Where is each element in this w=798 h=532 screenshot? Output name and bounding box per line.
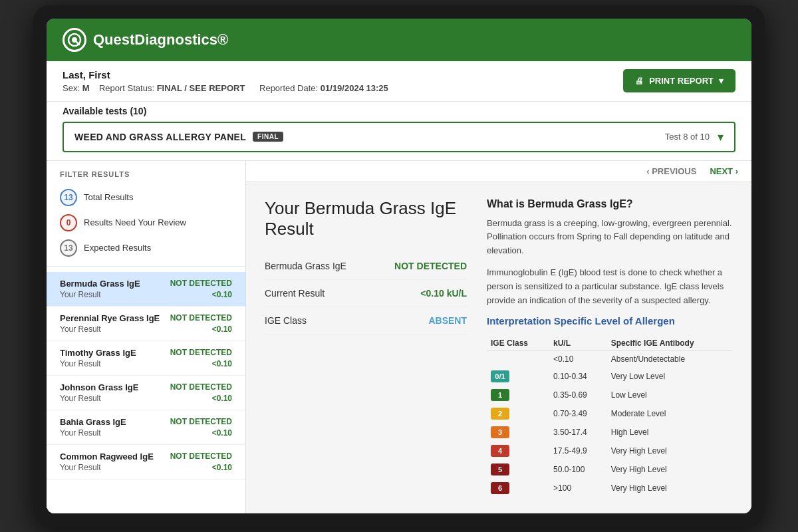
result-row-class: IGE Class ABSENT <box>265 307 467 334</box>
chevron-down-icon: ▾ <box>719 76 724 86</box>
kul-value: <0.10 <box>549 351 607 368</box>
class-badge: 6 <box>491 482 509 494</box>
filter-expected-results[interactable]: 13 Expected Results <box>47 235 245 261</box>
interpretation-table: IGE Class kU/L Specific IGE Antibody <0.… <box>487 336 733 497</box>
row-value-name: NOT DETECTED <box>372 253 467 280</box>
logo-area: QuestDiagnostics® <box>63 28 228 52</box>
print-report-button[interactable]: 🖨 PRINT REPORT ▾ <box>623 69 735 92</box>
class-badge: 0/1 <box>491 370 509 382</box>
interp-row: 6>100Very High Level <box>487 479 733 497</box>
next-button[interactable]: NEXT › <box>710 166 738 176</box>
interp-col-kul: kU/L <box>549 336 607 351</box>
logo-text: QuestDiagnostics® <box>93 31 228 49</box>
main-layout: FILTER RESULTS 13 Total Results 0 Result… <box>47 161 751 514</box>
interp-row: 10.35-0.69Low Level <box>487 386 733 404</box>
svg-line-2 <box>76 42 79 45</box>
what-is-para2: Immunoglobulin E (IgE) blood test is don… <box>487 266 733 307</box>
class-badge: 5 <box>491 464 509 475</box>
interp-col-class: IGE Class <box>487 336 549 351</box>
result-title: Your Bermuda Grass IgE Result <box>265 198 467 239</box>
row-label-current: Current Result <box>265 279 372 307</box>
patient-bar: Last, First Sex: M Report Status: FINAL … <box>47 61 751 102</box>
interp-row: 0/10.10-0.34Very Low Level <box>487 367 733 386</box>
result-left-panel: Your Bermuda Grass IgE Result Bermuda Gr… <box>265 198 467 498</box>
needs-review-label: Results Need Your Review <box>84 217 186 227</box>
available-tests-section: Available tests (10) WEED AND GRASS ALLE… <box>47 102 751 161</box>
description-value: Very High Level <box>607 442 733 460</box>
class-badge: 2 <box>491 408 509 420</box>
row-label-name: Bermuda Grass IgE <box>265 253 372 280</box>
chevron-down-icon: ▾ <box>718 130 724 144</box>
description-value: Moderate Level <box>607 404 733 423</box>
interpretation-title: Interpretation Specific Level of Allerge… <box>487 315 733 327</box>
quest-logo-icon <box>63 28 86 52</box>
test-item-bahia[interactable]: Bahia Grass IgE NOT DETECTED Your Result… <box>47 410 245 445</box>
total-results-label: Total Results <box>84 192 133 202</box>
test-item-perennial-rye[interactable]: Perennial Rye Grass IgE NOT DETECTED You… <box>47 307 245 341</box>
interp-row: 33.50-17.4High Level <box>487 423 733 442</box>
description-value: Absent/Undetectable <box>607 351 733 368</box>
description-value: Very High Level <box>607 460 733 479</box>
interp-row: 20.70-3.49Moderate Level <box>487 404 733 423</box>
description-value: Low Level <box>607 386 733 404</box>
what-is-para1: Bermuda grass is a creeping, low-growing… <box>487 217 733 258</box>
interp-col-antibody: Specific IGE Antibody <box>607 336 733 351</box>
divider <box>47 266 245 267</box>
test-panel-name: WEED AND GRASS ALLERGY PANEL <box>74 132 246 142</box>
description-value: Very Low Level <box>607 367 733 386</box>
description-value: Very High Level <box>607 479 733 497</box>
kul-value: 17.5-49.9 <box>549 442 607 460</box>
print-icon: 🖨 <box>635 76 644 86</box>
expected-results-badge: 13 <box>60 239 77 257</box>
class-badge: 1 <box>491 389 509 401</box>
previous-button[interactable]: ‹ PREVIOUS <box>646 166 696 176</box>
content-panel: ‹ PREVIOUS NEXT › Your Bermuda Grass IgE… <box>246 161 751 514</box>
row-label-class: IGE Class <box>265 307 372 334</box>
sex-value: M <box>82 83 90 93</box>
test-item-timothy[interactable]: Timothy Grass IgE NOT DETECTED Your Resu… <box>47 341 245 376</box>
navigation-bar: ‹ PREVIOUS NEXT › <box>246 161 751 182</box>
date-label: Reported Date: <box>259 83 318 93</box>
filter-needs-review[interactable]: 0 Results Need Your Review <box>47 210 245 235</box>
sex-label: Sex: <box>63 83 80 93</box>
kul-value: 0.70-3.49 <box>549 404 607 423</box>
patient-info: Last, First Sex: M Report Status: FINAL … <box>63 69 388 93</box>
date-value: 01/19/2024 13:25 <box>321 83 388 93</box>
row-value-class: ABSENT <box>372 307 467 334</box>
available-tests-label: Available tests (10) <box>63 106 735 116</box>
kul-value: 3.50-17.4 <box>549 423 607 442</box>
status-label: Report Status: <box>99 83 154 93</box>
test-counter: Test 8 of 10 <box>665 132 710 142</box>
result-table: Bermuda Grass IgE NOT DETECTED Current R… <box>265 253 467 334</box>
patient-meta: Sex: M Report Status: FINAL / SEE REPORT… <box>63 83 388 93</box>
filter-total-results[interactable]: 13 Total Results <box>47 185 245 210</box>
class-badge: 3 <box>491 426 509 438</box>
interp-row: 417.5-49.9Very High Level <box>487 442 733 460</box>
kul-value: >100 <box>549 479 607 497</box>
status-value: FINAL / SEE REPORT <box>157 83 245 93</box>
total-results-badge: 13 <box>60 189 77 206</box>
result-content: Your Bermuda Grass IgE Result Bermuda Gr… <box>246 182 751 514</box>
test-item-bermuda[interactable]: Bermuda Grass IgE NOT DETECTED Your Resu… <box>47 272 245 307</box>
class-badge: 4 <box>491 445 509 457</box>
what-is-title: What is Bermuda Grass IgE? <box>487 198 733 210</box>
filter-results-label: FILTER RESULTS <box>47 161 245 185</box>
test-selector-dropdown[interactable]: WEED AND GRASS ALLERGY PANEL FINAL Test … <box>63 122 735 152</box>
result-row-current: Current Result <0.10 kU/L <box>265 279 467 307</box>
kul-value: 0.10-0.34 <box>549 367 607 386</box>
screen: QuestDiagnostics® Last, First Sex: M Rep… <box>47 19 751 514</box>
app-header: QuestDiagnostics® <box>47 19 751 61</box>
result-row-name: Bermuda Grass IgE NOT DETECTED <box>265 253 467 280</box>
sidebar: FILTER RESULTS 13 Total Results 0 Result… <box>47 161 246 514</box>
test-selector-left: WEED AND GRASS ALLERGY PANEL FINAL <box>74 132 283 142</box>
description-value: High Level <box>607 423 733 442</box>
patient-name: Last, First <box>63 69 388 80</box>
test-item-johnson[interactable]: Johnson Grass IgE NOT DETECTED Your Resu… <box>47 376 245 410</box>
interp-row: <0.10Absent/Undetectable <box>487 351 733 368</box>
device-frame: QuestDiagnostics® Last, First Sex: M Rep… <box>33 5 765 527</box>
kul-value: 50.0-100 <box>549 460 607 479</box>
row-value-current: <0.10 kU/L <box>372 279 467 307</box>
test-item-ragweed[interactable]: Common Ragweed IgE NOT DETECTED Your Res… <box>47 445 245 479</box>
result-right-panel: What is Bermuda Grass IgE? Bermuda grass… <box>487 198 733 498</box>
kul-value: 0.35-0.69 <box>549 386 607 404</box>
